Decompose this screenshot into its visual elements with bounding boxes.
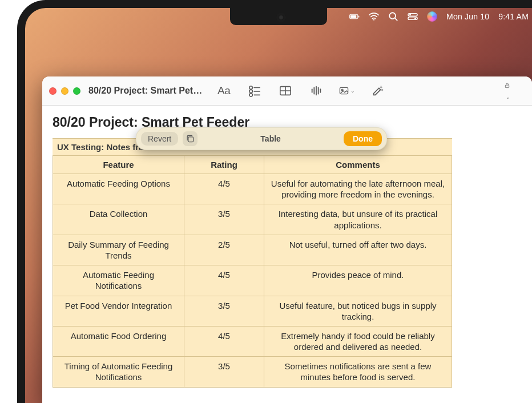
titlebar: 80/20 Project: Smart Pet… Aa [42,76,532,105]
svg-point-10 [249,86,253,90]
table-row[interactable]: Daily Summary of Feeding Trends 2/5 Not … [53,235,452,265]
done-button[interactable]: Done [344,131,382,146]
lock-button[interactable]: ⌄ [504,80,510,101]
menu-bar: Mon Jun 10 9:41 AM [349,9,529,24]
th-comments: Comments [264,156,452,174]
table-row[interactable]: Automatic Feeding Notifications 4/5 Prov… [53,265,452,296]
format-button[interactable]: Aa [216,83,232,99]
cell-feature[interactable]: Automatic Food Ordering [53,326,184,356]
feature-table[interactable]: Feature Rating Comments Automatic Feedin… [53,155,452,388]
cell-comments[interactable]: Extremely handy if food could be reliabl… [264,326,452,356]
cell-comments[interactable]: Useful feature, but noticed bugs in supp… [264,296,452,326]
camera [279,15,284,20]
svg-rect-29 [505,85,509,88]
cell-comments[interactable]: Not useful, turned off after two days. [264,235,452,265]
minimize-button[interactable] [61,87,68,95]
table-row[interactable]: Automatic Feeding Options 4/5 Useful for… [53,174,452,204]
cell-rating[interactable]: 3/5 [184,296,264,326]
cell-rating[interactable]: 4/5 [184,174,264,204]
siri-icon[interactable] [427,11,437,22]
table-row[interactable]: Data Collection 3/5 Interesting data, bu… [53,204,452,235]
copy-icon[interactable] [183,131,198,146]
svg-rect-1 [350,15,356,18]
menubar-date[interactable]: Mon Jun 10 [446,12,489,21]
cell-feature[interactable]: Daily Summary of Feeding Trends [53,235,184,265]
table-edit-pill: Revert Table Done [136,127,387,150]
audio-button[interactable] [308,83,324,99]
table-header-row: Feature Rating Comments [53,156,452,174]
cell-rating[interactable]: 2/5 [184,235,264,265]
th-feature: Feature [53,156,184,174]
table-row[interactable]: Timing of Automatic Feeding Notification… [53,357,452,387]
svg-rect-31 [188,137,194,142]
notch [230,8,327,25]
menubar-time[interactable]: 9:41 AM [498,12,529,21]
th-rating: Rating [184,156,264,174]
cell-comments[interactable]: Useful for automating the late afternoon… [264,174,452,204]
table-row[interactable]: Pet Food Vendor Integration 3/5 Useful f… [53,296,452,326]
svg-point-9 [414,18,416,19]
svg-point-14 [249,94,253,97]
window-title: 80/20 Project: Smart Pet… [88,86,202,96]
writing-tools-button[interactable] [370,83,386,99]
cell-feature[interactable]: Automatic Feeding Options [53,174,184,204]
svg-rect-2 [358,15,360,17]
control-center-icon[interactable] [408,11,418,22]
cell-rating[interactable]: 4/5 [184,265,264,296]
table-button[interactable] [277,83,293,99]
device-frame: Mon Jun 10 9:41 AM 80/20 Project: Smart … [17,0,532,403]
pill-label: Table [260,134,281,143]
toolbar-right: ⌄ [489,80,525,101]
fullscreen-button[interactable] [73,87,80,95]
cell-rating[interactable]: 4/5 [184,326,264,356]
notes-window: 80/20 Project: Smart Pet… Aa [42,76,532,403]
traffic-lights [49,87,80,95]
close-button[interactable] [49,87,57,95]
cell-rating[interactable]: 3/5 [184,357,264,387]
spotlight-icon[interactable] [388,11,398,22]
svg-point-12 [249,90,253,93]
revert-button[interactable]: Revert [141,132,178,146]
document-area: 80/20 Project: Smart Pet Feeder UX Testi… [42,106,532,397]
cell-feature[interactable]: Automatic Feeding Notifications [53,265,184,296]
battery-icon[interactable] [349,11,360,22]
table-wrap: UX Testing: Notes fra Feature Rating Com… [53,138,452,388]
svg-point-7 [409,14,411,15]
cell-comments[interactable]: Interesting data, but unsure of its prac… [264,204,452,235]
cell-comments[interactable]: Sometimes notifications are sent a few m… [264,357,452,387]
toolbar: Aa [216,83,386,99]
table-row[interactable]: Automatic Food Ordering 4/5 Extremely ha… [53,326,452,356]
cell-feature[interactable]: Data Collection [53,204,184,235]
media-button[interactable]: ⌄ [339,83,355,99]
svg-point-4 [389,13,396,19]
cell-feature[interactable]: Timing of Automatic Feeding Notification… [53,357,184,387]
svg-line-5 [395,18,397,21]
cell-comments[interactable]: Provides peace of mind. [264,265,452,296]
cell-rating[interactable]: 3/5 [184,204,264,235]
checklist-button[interactable] [247,83,263,99]
svg-point-3 [373,19,374,21]
wifi-icon[interactable] [369,11,379,22]
cell-feature[interactable]: Pet Food Vendor Integration [53,296,184,326]
